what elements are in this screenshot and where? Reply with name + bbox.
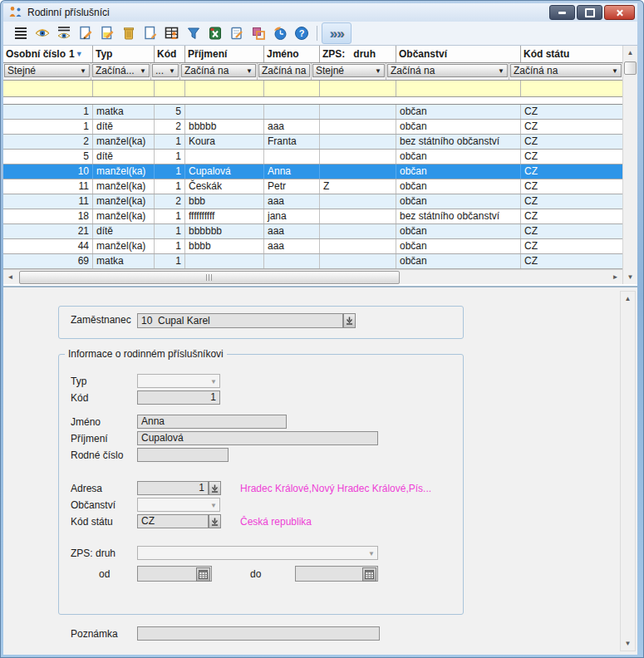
grid-cell[interactable] xyxy=(320,209,396,223)
scroll-up-icon[interactable]: ▲ xyxy=(623,46,637,60)
grid-cell[interactable]: bbb xyxy=(185,194,264,209)
grid-cell[interactable]: CZ xyxy=(521,135,622,149)
grid-cell[interactable]: občan xyxy=(396,239,521,253)
grid-cell[interactable] xyxy=(185,254,264,268)
adresa-field[interactable]: 1 xyxy=(137,481,209,495)
filter-input[interactable] xyxy=(185,81,264,96)
grid-cell[interactable] xyxy=(320,120,396,134)
grid-cell[interactable]: CZ xyxy=(521,105,622,119)
grid-cell[interactable] xyxy=(320,105,396,119)
grid-cell[interactable]: dítě xyxy=(93,150,155,164)
vertical-scroll-thumb[interactable] xyxy=(624,61,637,75)
vertical-scroll-track[interactable] xyxy=(623,60,637,270)
column-header[interactable]: Osobní číslo1▼ xyxy=(3,46,93,62)
grid-cell[interactable]: 21 xyxy=(3,224,93,238)
grid-cell[interactable]: 1 xyxy=(3,120,93,134)
grid-cell[interactable]: aaa xyxy=(264,224,320,238)
grid-cell[interactable]: matka xyxy=(93,105,155,119)
copy-record-icon[interactable] xyxy=(140,23,161,43)
column-header[interactable]: Typ xyxy=(93,46,155,62)
scroll-down-icon[interactable]: ▼ xyxy=(621,636,635,651)
do-date-field[interactable] xyxy=(295,566,378,582)
cascade-windows-icon[interactable] xyxy=(248,23,269,43)
grid-cell[interactable]: CZ xyxy=(521,254,622,268)
grid-cell[interactable]: Cupalová xyxy=(185,164,264,179)
grid-cell[interactable]: aaa xyxy=(264,239,320,253)
grid-cell[interactable] xyxy=(264,150,320,164)
grid-cell[interactable]: CZ xyxy=(521,194,622,209)
grid-cell[interactable]: občan xyxy=(396,194,521,209)
column-header[interactable]: Kód xyxy=(155,46,185,62)
grid-cell[interactable]: manžel(ka) xyxy=(93,135,155,149)
poznamka-field[interactable] xyxy=(137,626,380,641)
filter-icon[interactable] xyxy=(183,23,204,43)
filter-dropdown[interactable]: Začíná...▼ xyxy=(92,64,150,77)
grid-cell[interactable] xyxy=(320,150,396,164)
column-header[interactable]: Příjmení xyxy=(185,46,264,62)
table-row[interactable]: 11manžel(ka)1ČeskákPetrZobčanCZ xyxy=(3,179,622,194)
grid-cell[interactable]: 2 xyxy=(3,135,93,149)
grid-cell[interactable] xyxy=(185,150,264,164)
grid-cell[interactable]: Českák xyxy=(185,179,264,194)
grid-cell[interactable]: občan xyxy=(396,105,521,119)
table-row[interactable]: 2manžel(ka)1KouraFrantabez státního obča… xyxy=(3,135,622,150)
grid-cell[interactable] xyxy=(320,194,396,209)
grid-cell[interactable]: občan xyxy=(396,120,521,134)
employee-lookup-button[interactable] xyxy=(343,313,356,328)
filter-input[interactable] xyxy=(320,81,396,96)
filter-input[interactable] xyxy=(93,81,155,96)
grid-cell[interactable]: aaa xyxy=(264,194,320,209)
grid-cell[interactable]: CZ xyxy=(521,224,622,238)
grid-cell[interactable]: dítě xyxy=(93,224,155,238)
scroll-left-icon[interactable]: ◄ xyxy=(3,270,17,284)
grid-cell[interactable] xyxy=(185,105,264,119)
filter-dropdown[interactable]: ...▼ xyxy=(152,64,179,77)
grid-cell[interactable]: CZ xyxy=(521,209,622,223)
grid-cell[interactable]: 44 xyxy=(3,239,93,253)
prijmeni-field[interactable]: Cupalová xyxy=(137,431,378,445)
column-header[interactable]: Jméno xyxy=(264,46,320,62)
grid-cell[interactable]: bez státního občanství xyxy=(396,135,521,149)
grid-cell[interactable]: manžel(ka) xyxy=(93,194,155,209)
grid-cell[interactable]: 10 xyxy=(3,164,93,179)
horizontal-scroll-thumb[interactable] xyxy=(19,271,400,284)
grid-cell[interactable]: CZ xyxy=(521,164,622,179)
grid-cell[interactable]: občan xyxy=(396,224,521,238)
table-row[interactable]: 21dítě1bbbbbbaaaobčanCZ xyxy=(3,224,622,239)
grid-cell[interactable]: aaa xyxy=(264,120,320,134)
maximize-button[interactable] xyxy=(577,5,602,20)
grid-cell[interactable]: 18 xyxy=(3,209,93,223)
grid-cell[interactable]: 69 xyxy=(3,254,93,268)
grid-cell[interactable]: manžel(ka) xyxy=(93,239,155,253)
table-row[interactable]: 5dítě1občanCZ xyxy=(3,150,622,164)
horizontal-scrollbar[interactable]: ◄ ► xyxy=(3,269,622,284)
filter-input[interactable] xyxy=(396,81,521,96)
refresh-clock-icon[interactable] xyxy=(269,23,291,43)
grid-cell[interactable] xyxy=(320,224,396,238)
summary-eye-icon[interactable] xyxy=(53,23,75,43)
grid-cell[interactable] xyxy=(320,239,396,253)
grid-cell[interactable]: CZ xyxy=(521,150,622,164)
grid-cell[interactable]: bbbb xyxy=(185,239,264,253)
column-header[interactable]: Občanství xyxy=(396,46,521,62)
grid-cell[interactable]: ffffffffff xyxy=(185,209,264,223)
grid-cell[interactable]: 1 xyxy=(3,105,93,119)
table-row[interactable]: 1dítě2bbbbbaaaobčanCZ xyxy=(3,120,622,135)
preview-eye-icon[interactable] xyxy=(32,23,53,43)
filter-dropdown[interactable]: Stejné▼ xyxy=(4,64,90,77)
grid-cell[interactable]: občan xyxy=(396,164,521,179)
grid-cell[interactable]: Petr xyxy=(264,179,320,194)
grid-cell[interactable]: 1 xyxy=(155,209,185,223)
minimize-button[interactable] xyxy=(549,5,575,20)
employee-field[interactable]: 10 Cupal Karel xyxy=(137,313,343,328)
grid-cell[interactable]: manžel(ka) xyxy=(93,209,155,223)
grid-cell[interactable]: jana xyxy=(264,209,320,223)
grid-cell[interactable]: manžel(ka) xyxy=(93,164,155,179)
grid-cell[interactable] xyxy=(264,105,320,119)
jmeno-field[interactable]: Anna xyxy=(137,415,287,429)
filter-input[interactable] xyxy=(521,81,622,96)
menu-lines-icon[interactable] xyxy=(10,23,32,43)
grid-cell[interactable]: 11 xyxy=(3,179,93,194)
filter-input[interactable] xyxy=(3,81,93,96)
grid-cell[interactable]: bbbbb xyxy=(185,120,264,134)
